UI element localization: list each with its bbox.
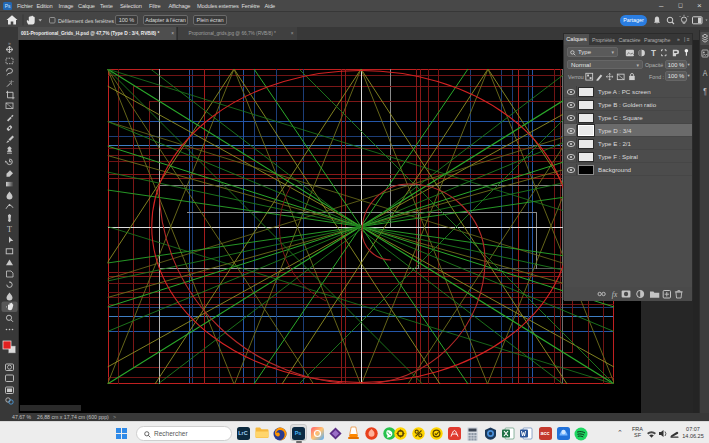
svg-text:»: »	[8, 40, 11, 46]
svg-text:¶: ¶	[703, 86, 707, 96]
svg-text:fx: fx	[612, 290, 618, 299]
svg-text:T: T	[7, 225, 12, 234]
svg-text:T: T	[651, 48, 656, 57]
svg-text:A: A	[703, 68, 708, 78]
